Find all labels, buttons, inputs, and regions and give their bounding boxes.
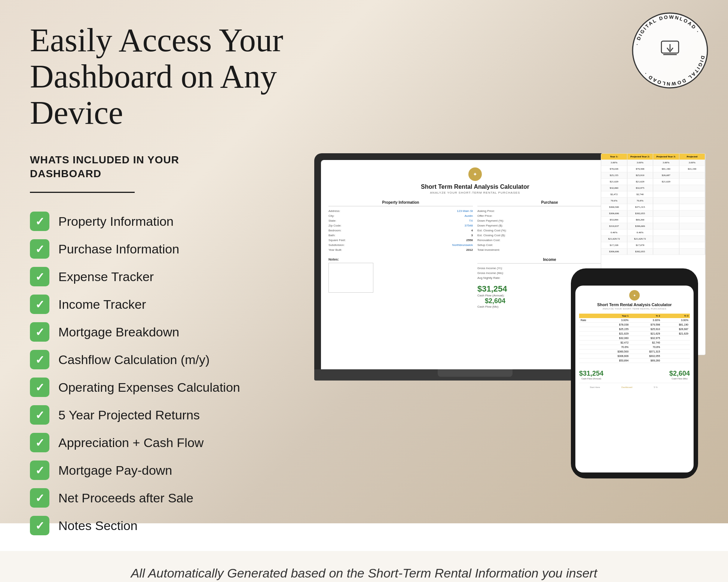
strip-row: $78,038 $79,598 $81,190 $41,190 (601, 166, 705, 172)
checklist-label: Income Tracker (58, 297, 146, 312)
checkmark-icon: ✓ (30, 488, 49, 508)
checkmark-icon: ✓ (30, 322, 49, 342)
ss-row: Total Investment: $45,500 (477, 248, 622, 252)
strip-row: $306,606 $302,055 (601, 210, 705, 217)
table-row: $360,500 $371,315 (579, 349, 690, 354)
ss-row: Est. Closing Cost (%): 3% (477, 229, 622, 232)
list-item: ✓ Expense Tracker (30, 267, 284, 286)
notes-label: Notes: (328, 258, 473, 261)
ss-row: Bedroom: 4 (328, 229, 473, 232)
phone-logo: ✦ (629, 290, 640, 301)
phone-mockup: ✦ Short Term Rental Analysis Calculator … (571, 268, 698, 478)
strip-row: $310,937 $306,606 (601, 223, 705, 230)
ss-row: Est. Closing Cost ($): $10,500 (477, 234, 622, 237)
table-row: $2,472 $2,740 (579, 340, 690, 345)
ss-row: Renovation Cost: $0 (477, 238, 622, 242)
checklist-label: Notes Section (58, 518, 138, 533)
checklist-label: Expense Tracker (58, 270, 154, 284)
checklist-label: Cashflow Calculation (m/y) (58, 352, 209, 367)
strip-row: 70.6% 70.8% (601, 198, 705, 204)
strip-row: 0.46% 0.46% (601, 230, 705, 236)
checklist-label: Property Information (58, 214, 174, 229)
strip-row: $17,338 $17,078 (601, 242, 705, 249)
main-container: · DIGITAL DOWNLOAD · DIGITAL DOWNLOAD · … (0, 0, 728, 582)
table-row: Rate 3.00% 3.00% 3.00% (579, 318, 690, 323)
phone-logo-area: ✦ Short Term Rental Analysis Calculator … (579, 290, 690, 310)
list-item: ✓ Notes Section (30, 516, 284, 535)
main-heading: Easily Access Your Dashboard on Any Devi… (30, 22, 311, 131)
checklist-label: Appreciation + Cash Flow (58, 435, 204, 450)
bottom-text: All Automatically Generated based on the… (30, 566, 698, 581)
ss-row: Address: 123 Main St (328, 209, 473, 213)
checkmark-icon: ✓ (30, 516, 49, 535)
laptop-stand (438, 369, 513, 377)
spreadsheet-subtitle: ANALYZE YOUR SHORT-TERM RENTAL PURCHASES (328, 191, 622, 194)
phone-table: Year 1 Yr 2 Yr 3 Rate (579, 314, 690, 363)
phone-screen: ✦ Short Term Rental Analysis Calculator … (575, 286, 694, 472)
strip-header: Year 1: Projected Year 2: Projected Year… (601, 154, 705, 160)
divider (30, 192, 135, 193)
list-item: ✓ 5 Year Projected Returns (30, 405, 284, 425)
checkmark-icon: ✓ (30, 378, 49, 397)
checkmark-icon: ✓ (30, 267, 49, 286)
table-row: 70.6% 70.8% (579, 345, 690, 349)
content-area: Easily Access Your Dashboard on Any Devi… (0, 0, 728, 543)
property-section-title: Property Information (328, 200, 473, 206)
strip-row: $360,500 $371,315 (601, 204, 705, 210)
table-row: $32,060 $32,975 (579, 336, 690, 340)
ss-row: Square Feet: 2558 (328, 238, 473, 242)
strip-row: 3.00% 3.00% 3.00% 3.00% (601, 160, 705, 166)
strip-row: $53,894 $69,260 (601, 217, 705, 223)
table-row: $306,606 $302,055 (579, 354, 690, 358)
income-section-title: Income (477, 258, 622, 264)
spreadsheet-logo: ✦ (468, 167, 482, 181)
checklist-label: Mortgage Breakdown (58, 325, 179, 339)
phone-numbers-row: $31,254 Cash Flow (Annual) $2,604 Cash F… (579, 367, 690, 380)
list-item: ✓ Mortgage Breakdown (30, 322, 284, 342)
notes-box (328, 263, 373, 293)
list-item: ✓ Income Tracker (30, 295, 284, 314)
ss-row: Year Built: 2012 (328, 248, 473, 252)
phone-nav-dashboard[interactable]: Dashboard (621, 386, 632, 388)
ss-row: Subdivision: Northbrunswick (328, 243, 473, 247)
ss-row: Bath: 3 (328, 234, 473, 237)
ss-row: Asking Price: $350,000 (477, 209, 622, 213)
list-item: ✓ Net Proceeds after Sale (30, 488, 284, 508)
table-row: $53,894 $69,260 (579, 358, 690, 363)
purchase-section-title: Purchase (477, 200, 622, 206)
checkmark-icon: ✓ (30, 212, 49, 231)
checkmark-icon: ✓ (30, 295, 49, 314)
ss-row: Zip Code: 37548 (328, 224, 473, 227)
table-row: $78,038 $79,598 $81,190 (579, 322, 690, 327)
ss-row: City: Austin (328, 214, 473, 218)
checkmark-icon: ✓ (30, 239, 49, 259)
strip-row: $25,155 $25,910 $26,687 (601, 172, 705, 179)
right-column: ✦ Short Term Rental Analysis Calculator … (314, 153, 698, 490)
phone-notch (620, 274, 649, 282)
checklist-label: Purchase Information (58, 242, 179, 256)
checklist: ✓ Property Information ✓ Purchase Inform… (30, 212, 284, 535)
checkmark-icon: ✓ (30, 350, 49, 369)
two-column-layout: WHATS INCLUDED IN YOUR DASHBOARD ✓ Prope… (30, 153, 698, 543)
phone-nav-start[interactable]: Start Here (590, 386, 600, 388)
table-row: $21,629 $21,629 $21,629 (579, 331, 690, 336)
strip-row: $21,629.72 $21,629.72 (601, 236, 705, 242)
strip-row: $2,472 $2,740 (601, 191, 705, 198)
list-item: ✓ Cashflow Calculation (m/y) (30, 350, 284, 369)
bottom-text-area: All Automatically Generated based on the… (0, 551, 728, 582)
checklist-label: Mortgage Pay-down (58, 463, 172, 478)
checkmark-icon: ✓ (30, 433, 49, 452)
phone-cash-flow-annual: $31,254 (579, 370, 603, 378)
spreadsheet-header: ✦ Short Term Rental Analysis Calculator … (328, 167, 622, 194)
spreadsheet-title: Short Term Rental Analysis Calculator (328, 183, 622, 191)
ss-row: Down Payment ($): $35,000 (477, 224, 622, 227)
devices-container: ✦ Short Term Rental Analysis Calculator … (314, 153, 698, 490)
list-item: ✓ Appreciation + Cash Flow (30, 433, 284, 452)
checklist-label: Net Proceeds after Sale (58, 491, 193, 505)
ss-row: Down Payment (%): 10% (477, 219, 622, 222)
cash-flow-monthly: $2,604 (485, 297, 505, 305)
checklist-label: Operating Expenses Calculation (58, 380, 240, 395)
phone-outer: ✦ Short Term Rental Analysis Calculator … (571, 268, 698, 478)
phone-nav-5yr[interactable]: 5 Yr (654, 386, 658, 388)
list-item: ✓ Purchase Information (30, 239, 284, 259)
